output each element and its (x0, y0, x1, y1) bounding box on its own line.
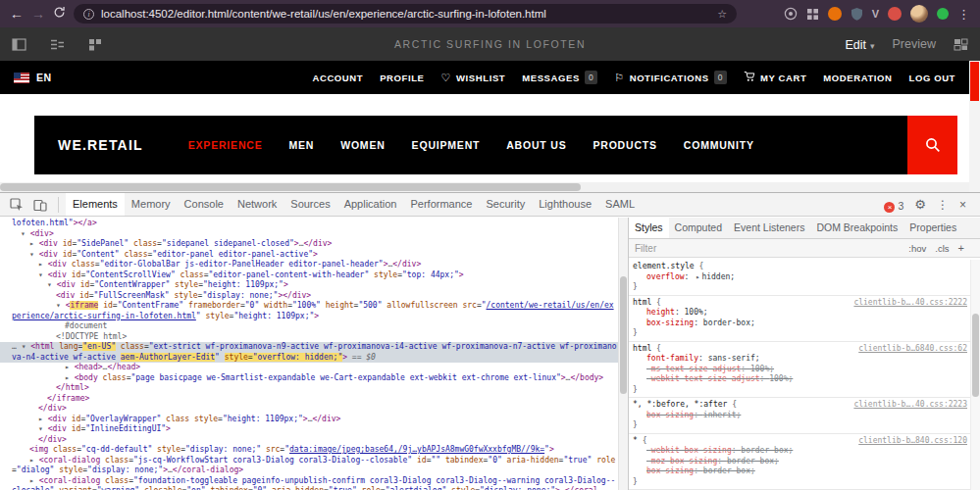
styles-sidebar-tab-dom-breakpoints[interactable]: DOM Breakpoints (810, 218, 903, 238)
stylesheet-link[interactable]: clientlib-b….40.css:2223 (853, 400, 967, 411)
styles-scrollbar-thumb[interactable] (972, 314, 979, 397)
utility-item-account[interactable]: ACCOUNT (312, 73, 363, 83)
dom-line[interactable]: <!DOCTYPE html> (0, 332, 618, 343)
dom-line[interactable]: </div> (0, 435, 618, 446)
dom-line[interactable]: ▾ <div id="InlineEditingUI"> (0, 424, 618, 435)
dom-line[interactable]: #document (0, 321, 618, 332)
bookmark-star-icon[interactable]: ☆ (717, 8, 727, 21)
nav-item-women[interactable]: WOMEN (340, 139, 385, 151)
pseudo-state-toggle[interactable]: :hov (908, 243, 926, 254)
annotate-icon[interactable] (954, 38, 968, 51)
devtools-close-icon[interactable]: × (959, 198, 966, 212)
page-horizontal-scrollbar-thumb[interactable] (0, 183, 581, 191)
locale-label[interactable]: EN (36, 72, 52, 83)
dom-line[interactable]: <img class="cq-dd-default" style="displa… (0, 445, 618, 456)
css-property[interactable]: box-sizing: inherit; (633, 411, 967, 421)
extension-shield-icon[interactable] (851, 7, 863, 21)
styles-filter-input[interactable]: Filter (635, 243, 908, 254)
rule-selector[interactable]: element.style (633, 262, 695, 270)
profile-status-dot[interactable] (937, 8, 949, 20)
devtools-menu-icon[interactable]: ⋮ (937, 198, 949, 212)
dom-line[interactable]: ▸ <head>…</head> (0, 363, 618, 373)
css-property[interactable]: -ms-text-size-adjust: 100%; (633, 365, 967, 375)
styles-sidebar-tab-event-listeners[interactable]: Event Listeners (728, 218, 810, 238)
dom-line[interactable]: ▸ <coral-dialog class="js-cq-WorkflowSta… (0, 456, 618, 476)
dom-line[interactable]: ▸ <div id="SidePanel" class="sidepanel s… (0, 239, 618, 250)
css-property[interactable]: height: 100%; (633, 308, 967, 318)
devtools-tab-application[interactable]: Application (337, 193, 404, 216)
expand-arrow-icon[interactable]: ▾ (38, 424, 48, 433)
utility-item-messages[interactable]: MESSAGES0 (522, 71, 597, 84)
expand-arrow-icon[interactable]: ▾ (47, 280, 57, 289)
components-icon[interactable] (88, 38, 102, 51)
expand-arrow-icon[interactable]: ▸ (29, 456, 39, 465)
back-button[interactable]: ← (10, 0, 24, 27)
nav-item-experience[interactable]: EXPERIENCE (188, 139, 263, 151)
device-toolbar-icon[interactable] (29, 194, 51, 216)
dom-line[interactable]: ▸ <div id="OverlayWrapper" class style="… (0, 415, 618, 425)
expand-arrow-icon[interactable]: ▸ (38, 415, 48, 423)
css-property[interactable]: box-sizing: border-box; (633, 318, 967, 329)
new-style-rule-button[interactable]: + (958, 242, 964, 254)
dom-line[interactable]: ▾ <div id="ContentScrollView" class="edi… (0, 270, 618, 281)
expand-arrow-icon[interactable]: ▾ (56, 301, 66, 310)
expand-arrow-icon[interactable]: ▸ (65, 373, 75, 382)
devtools-tab-elements[interactable]: Elements (66, 193, 125, 216)
nav-item-products[interactable]: PRODUCTS (593, 139, 656, 151)
edit-mode-button[interactable]: Edit▾ (845, 35, 874, 53)
extension-orange-icon[interactable] (828, 7, 842, 21)
devtools-tab-network[interactable]: Network (231, 193, 284, 216)
devtools-tab-console[interactable]: Console (178, 193, 231, 216)
rule-selector[interactable]: html (633, 298, 651, 307)
nav-item-about-us[interactable]: ABOUT US (506, 139, 566, 151)
reload-button[interactable] (53, 0, 66, 27)
stylesheet-link[interactable]: clientlib-b…6840.css:62 (858, 344, 967, 355)
site-info-icon[interactable]: i (83, 9, 94, 20)
cast-icon[interactable] (784, 7, 798, 21)
class-toggle[interactable]: .cls (935, 243, 949, 254)
url-text[interactable]: localhost:4502/editor.html/content/we-re… (101, 8, 710, 20)
styles-sidebar-tab-properties[interactable]: Properties (903, 218, 962, 238)
dom-line[interactable]: <div id="FullScreenMask" style="display:… (0, 291, 618, 302)
rule-selector[interactable]: *, *:before, *:after (633, 400, 727, 409)
dom-line[interactable]: ▾ <div> (0, 229, 618, 240)
dom-line[interactable]: ▸ <body class="page basicpage we-Smartli… (0, 373, 618, 384)
css-property[interactable]: -webkit-box-sizing: border-box; (633, 446, 967, 457)
settings-gear-icon[interactable]: ⚙ (914, 197, 926, 212)
css-property[interactable]: -webkit-text-size-adjust: 100%; (633, 374, 967, 385)
utility-item-moderation[interactable]: MODERATION (823, 73, 892, 83)
elements-scrollbar-thumb[interactable] (620, 276, 627, 394)
utility-item-notifications[interactable]: ⚐NOTIFICATIONS0 (614, 71, 727, 84)
dom-line[interactable]: ▾ <iframe id="ContentFrame" frameborder=… (0, 301, 618, 321)
dom-line[interactable]: </iframe> (0, 394, 618, 405)
forward-button[interactable]: → (31, 0, 45, 27)
dom-line[interactable]: </html> (0, 383, 618, 394)
browser-menu-icon[interactable]: ⋮ (957, 7, 970, 22)
preview-button[interactable]: Preview (893, 37, 936, 51)
url-bar[interactable]: i localhost:4502/editor.html/content/we-… (74, 4, 737, 24)
devtools-tab-security[interactable]: Security (479, 193, 532, 216)
expand-arrow-icon[interactable]: ▾ (29, 250, 39, 259)
expand-arrow-icon[interactable]: ▸ (38, 260, 48, 269)
utility-item-log-out[interactable]: LOG OUT (909, 73, 955, 83)
dom-line[interactable]: </div> (0, 404, 618, 415)
inspect-element-icon[interactable] (6, 194, 27, 216)
dom-line[interactable]: ▸ <div class="editor-GlobalBar js-editor… (0, 260, 618, 270)
nav-item-community[interactable]: COMMUNITY (684, 139, 754, 151)
styles-scrollbar[interactable] (970, 260, 980, 490)
error-badge[interactable]: ×3 (884, 196, 903, 214)
side-panel-toggle-icon[interactable] (12, 38, 26, 51)
devtools-tab-lighthouse[interactable]: Lighthouse (532, 193, 598, 216)
css-property[interactable]: overflow: ▸hidden; (633, 272, 967, 283)
avatar[interactable] (910, 5, 928, 23)
page-vertical-scrollbar-thumb[interactable] (970, 62, 979, 101)
expand-arrow-icon[interactable]: ▾ (21, 229, 30, 238)
elements-scrollbar[interactable] (618, 218, 628, 490)
utility-item-wishlist[interactable]: ♡WISHLIST (441, 72, 506, 84)
stylesheet-link[interactable]: clientlib-b…840.css:120 (858, 436, 967, 447)
dom-line[interactable]: ▾ <div id="Content" class="editor-panel … (0, 250, 618, 261)
css-property[interactable]: -moz-box-sizing: border-box; (633, 457, 967, 467)
dom-line-selected[interactable]: … ▾ <html lang="en-US" class="ext-strict… (0, 342, 618, 363)
rule-selector[interactable]: html (633, 344, 651, 353)
expand-arrow-icon[interactable]: ▸ (29, 476, 39, 485)
